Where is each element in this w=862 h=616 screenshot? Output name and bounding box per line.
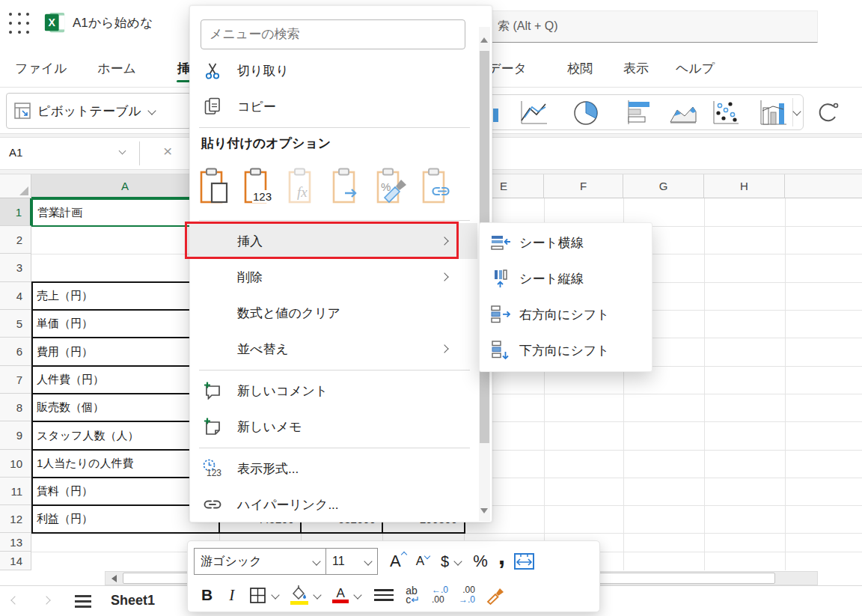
tab-view[interactable]: 表示 [623,60,649,77]
name-box[interactable]: A1 [9,146,22,159]
format-painter-button[interactable] [486,585,505,605]
line-chart-icon[interactable] [519,100,548,128]
bar-chart-icon[interactable] [625,100,655,128]
row-header-11[interactable]: 11 [0,478,31,505]
menu-divider [199,370,470,370]
prev-sheet-icon[interactable] [10,596,19,604]
italic-button[interactable]: I [229,586,234,605]
increase-decimal-button[interactable]: .00 →.0 [459,585,475,605]
paste-formatting-icon[interactable]: % [376,168,409,208]
submenu-item-shift-right[interactable]: 右方向にシフト [480,296,652,332]
row-header-3[interactable]: 3 [0,254,31,282]
submenu-item-sheet-rows[interactable]: シート横線 [480,225,652,260]
pivot-table-label: ピボットテーブル [37,103,141,120]
shrink-font-button[interactable]: A [416,554,429,569]
menu-item-clear[interactable]: 数式と値のクリア [190,295,477,331]
row-header-6[interactable]: 6 [0,338,31,366]
tab-help[interactable]: ヘルプ [676,60,715,77]
menu-item-new-note[interactable]: 新しいメモ [190,409,477,445]
paste-icon[interactable] [199,168,230,208]
combo-chart-icon[interactable] [758,99,788,129]
fill-color-button[interactable] [290,585,320,605]
area-chart-icon[interactable] [668,100,698,128]
scatter-chart-icon[interactable] [710,100,740,128]
row-header-7[interactable]: 7 [0,366,31,394]
menu-item-insert[interactable]: 挿入 [190,223,477,259]
search-box[interactable]: 索 (Alt + Q) [490,10,818,43]
row-header-4[interactable]: 4 [0,282,31,310]
column-header-i[interactable] [785,174,862,198]
tab-home[interactable]: ホーム [97,60,136,77]
font-name-select[interactable]: 游ゴシック [195,549,325,574]
tab-file[interactable]: ファイル [15,60,67,77]
formula-cancel-icon[interactable]: × [163,142,172,160]
menu-scroll-up-icon[interactable] [480,37,488,43]
paste-link-icon[interactable] [421,168,453,208]
menu-scroll-down-icon[interactable] [480,508,488,513]
menu-item-delete[interactable]: 削除 [190,259,477,295]
chart-group-chevron-icon[interactable] [792,107,801,115]
scroll-left-icon[interactable] [111,575,117,582]
row-header-13[interactable]: 13 [0,533,31,552]
next-sheet-icon[interactable] [42,596,50,604]
menu-search-input[interactable] [201,19,465,49]
decrease-decimal-button[interactable]: ←.0 .00 [432,585,448,605]
row-header-12[interactable]: 12 [0,505,31,533]
paste-values-icon[interactable]: 123 [243,168,275,208]
menu-item-cut[interactable]: 切り取り [190,52,477,88]
currency-format-button[interactable]: $ [441,553,461,570]
tab-review[interactable]: 校閲 [567,60,593,77]
menu-divider [199,448,470,448]
menu-item-number-format[interactable]: 123 表示形式... [190,451,477,487]
grow-font-button[interactable]: A [390,552,406,571]
percent-format-button[interactable]: % [473,552,488,571]
bold-label: B [201,586,213,604]
decrease-decimal-top: ←.0 [432,585,448,595]
font-color-label: A [332,588,349,600]
tab-data[interactable]: データ [488,60,527,77]
mini-toolbar-row1: 游ゴシック 11 A A $ % [194,548,534,575]
row-header-2[interactable]: 2 [0,226,31,254]
row-header-9[interactable]: 9 [0,421,31,450]
app-launcher-icon[interactable] [9,13,31,34]
excel-logo-icon[interactable]: X [43,11,66,37]
row-header-14[interactable]: 14 [0,552,31,570]
row-header-10[interactable]: 10 [0,450,31,478]
row-header-8[interactable]: 8 [0,394,31,421]
delete-submenu-chevron-icon [440,272,448,281]
paste-formulas-badge: fx [297,184,308,201]
submenu-item-shift-down[interactable]: 下方向にシフト [480,332,652,368]
sheet-list-icon[interactable] [75,595,91,608]
new-note-label: 新しいメモ [237,418,302,436]
font-size-select[interactable]: 11 [326,549,377,574]
paste-transpose-icon[interactable] [331,168,363,208]
clear-label: 数式と値のクリア [237,305,340,322]
row-header-1[interactable]: 1 [0,198,31,226]
gridline [785,198,786,570]
column-header-h[interactable]: H [704,174,785,198]
row-header-5[interactable]: 5 [0,310,31,338]
sheet-tab-sheet1[interactable]: Sheet1 [111,593,155,609]
link-arc-icon[interactable] [814,100,840,127]
borders-button[interactable] [249,587,278,604]
alignment-button[interactable] [374,589,394,601]
menu-item-copy[interactable]: コピー [190,88,477,124]
submenu-item-sheet-columns[interactable]: シート縦線 [480,260,652,296]
paste-options-row: 123 fx % [199,163,453,213]
comma-format-button[interactable]: , [498,541,505,570]
mini-toolbar-row2: B I A [194,582,505,609]
menu-item-new-comment[interactable]: 新しいコメント [190,373,477,409]
wrap-text-button[interactable]: ab c↵ [406,586,420,604]
pie-chart-icon[interactable] [571,98,601,131]
select-all-corner[interactable] [0,174,31,198]
name-box-chevron-icon[interactable] [119,147,126,155]
column-header-f[interactable]: F [544,174,623,198]
autofit-width-button[interactable] [514,553,534,570]
menu-item-hyperlink[interactable]: ハイパーリンク... [190,487,477,522]
shift-right-icon [489,305,512,324]
column-header-g[interactable]: G [623,174,704,198]
bold-button[interactable]: B [201,586,213,604]
menu-item-sort[interactable]: 並べ替え [190,331,477,367]
pivot-table-button[interactable]: ピボットテーブル [6,93,192,129]
font-color-button[interactable]: A [332,588,361,603]
